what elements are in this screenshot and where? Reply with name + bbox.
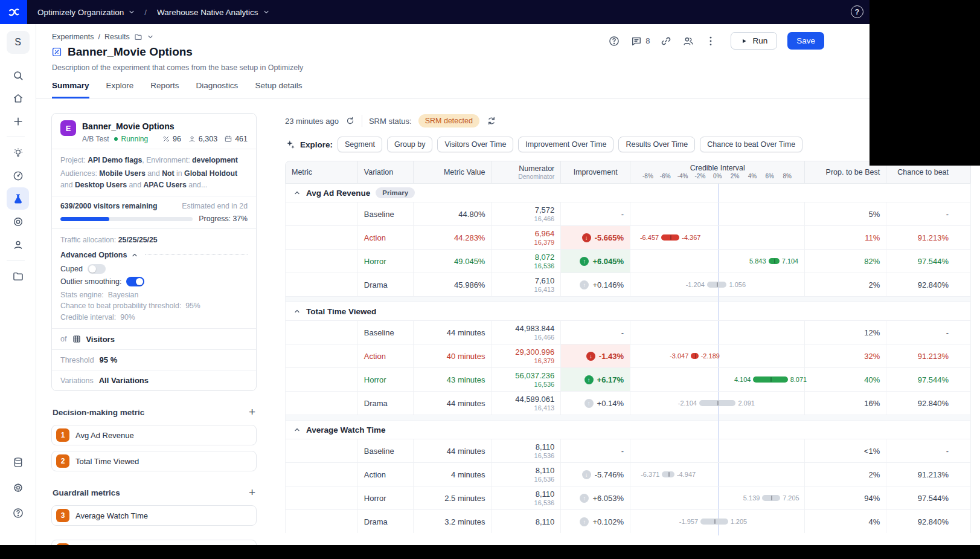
add-metric-button[interactable]: + xyxy=(249,486,255,499)
tab-explore[interactable]: Explore xyxy=(106,81,134,99)
topbar-help-button[interactable]: ? xyxy=(851,5,863,18)
cell-improvement: ↑+0.146% xyxy=(561,273,630,296)
rail-item-gear[interactable] xyxy=(7,476,29,499)
col-metric: Metric xyxy=(286,161,358,183)
rail-item-database[interactable] xyxy=(7,451,29,473)
ci-high-label: -4.367 xyxy=(682,234,700,241)
top-navigation-bar: Optimizely Organization / Warehouse Nati… xyxy=(0,0,980,24)
tab-setup-details[interactable]: Setup details xyxy=(255,81,302,99)
variations-row[interactable]: Variations All Variations xyxy=(52,370,256,390)
folder-icon[interactable] xyxy=(134,33,143,41)
rail-item-plus[interactable] xyxy=(7,110,29,132)
col-numerator: NumeratorDenominator xyxy=(492,161,561,183)
cuped-toggle[interactable] xyxy=(88,264,106,274)
metric-section-header[interactable]: Total Time Viewed xyxy=(286,302,970,320)
refresh-icon[interactable] xyxy=(345,116,355,126)
app-switcher[interactable]: Warehouse Native Analytics xyxy=(157,8,270,17)
comments-button[interactable]: 8 xyxy=(630,35,650,47)
breadcrumb-experiments[interactable]: Experiments xyxy=(52,33,94,41)
rail-item-experiments[interactable] xyxy=(7,187,29,210)
cell-prop-to-be-best: 82% xyxy=(805,250,886,273)
metric-section-header[interactable]: Avg Ad RevenuePrimary xyxy=(286,184,970,202)
tab-summary[interactable]: Summary xyxy=(52,81,89,99)
ci-high-label: 7.104 xyxy=(782,257,799,265)
explore-chip-improvement-over-time[interactable]: Improvement Over Time xyxy=(518,137,613,152)
explore-chip-visitors-over-time[interactable]: Visitors Over Time xyxy=(437,137,513,152)
metric-section-header[interactable]: Average Watch Time xyxy=(286,421,970,439)
cell-prop-to-be-best: 94% xyxy=(805,486,886,509)
rail-item-rings[interactable] xyxy=(7,210,29,233)
breadcrumb-results[interactable]: Results xyxy=(104,33,130,41)
cell-metric-value: 44.283% xyxy=(414,226,492,249)
explore-chip-chance-to-beat-over-time[interactable]: Chance to beat Over Time xyxy=(700,137,802,152)
srm-status-label: SRM status: xyxy=(369,117,412,126)
cell-credible-interval xyxy=(630,321,805,344)
allocation-icon xyxy=(162,135,170,143)
of-row[interactable]: of Visitors xyxy=(52,328,256,349)
help-button[interactable] xyxy=(608,35,620,47)
optimizely-logo[interactable] xyxy=(0,0,27,24)
insights-icon xyxy=(12,147,24,159)
cell-chance-to-beat: 92.840% xyxy=(886,273,970,296)
org-switcher[interactable]: Optimizely Organization xyxy=(37,8,135,17)
metric-card[interactable]: 3Average Watch Time xyxy=(51,505,257,526)
page-title: Banner_Movie Options xyxy=(51,45,193,59)
cell-numerator-denominator: 8,110 xyxy=(492,510,561,533)
ci-axis-tick: -6% xyxy=(660,173,671,179)
workspace-avatar[interactable]: S xyxy=(7,31,30,54)
calendar-icon xyxy=(224,135,232,143)
app-rail: S xyxy=(0,24,36,559)
more-options-button[interactable] xyxy=(705,35,717,47)
outlier-smoothing-toggle[interactable] xyxy=(126,277,144,286)
arrow-up-icon: ↑ xyxy=(584,399,594,408)
ci-bar xyxy=(753,376,787,383)
ci-bar xyxy=(769,258,780,264)
metric-card[interactable]: 2Total Time Viewed xyxy=(51,451,257,471)
rail-item-person[interactable] xyxy=(7,233,29,256)
play-icon xyxy=(740,37,748,45)
tab-diagnostics[interactable]: Diagnostics xyxy=(196,81,239,99)
last-updated: 23 minutes ago xyxy=(285,117,339,126)
metric-card[interactable]: 1Avg Ad Revenue xyxy=(51,425,257,445)
cuped-row: Cuped xyxy=(60,264,248,274)
rail-item-folder[interactable] xyxy=(7,265,29,287)
gear-icon xyxy=(12,482,24,494)
rail-item-search[interactable] xyxy=(7,64,29,86)
col-improvement: Improvement xyxy=(561,161,630,183)
cell-numerator-denominator: 44,589.06116,413 xyxy=(492,392,561,415)
advanced-options-toggle[interactable]: Advanced Options xyxy=(60,251,248,259)
explore-chip-group-by[interactable]: Group by xyxy=(387,137,432,152)
share-link-button[interactable] xyxy=(660,35,672,47)
cell-numerator-denominator: 8,11016,536 xyxy=(492,486,561,509)
recalculate-icon[interactable] xyxy=(486,115,497,126)
primary-badge: Primary xyxy=(376,187,415,198)
cell-metric xyxy=(286,344,358,367)
rail-item-help[interactable] xyxy=(7,502,29,524)
threshold-row[interactable]: Threshold 95 % xyxy=(52,349,256,370)
ci-low-label: -2.104 xyxy=(678,399,697,407)
tab-reports[interactable]: Reports xyxy=(150,81,179,99)
person-icon xyxy=(188,135,196,143)
ci-high-label: 1.205 xyxy=(731,518,748,525)
redaction-overlay-top-right xyxy=(870,0,980,166)
stat-allocation: 96 xyxy=(162,135,181,143)
rail-item-home[interactable] xyxy=(7,87,29,109)
cell-chance-to-beat: 91.213% xyxy=(886,463,970,486)
chevron-down-icon[interactable] xyxy=(147,33,154,40)
rail-divider xyxy=(7,260,25,260)
cell-chance-to-beat: 97.544% xyxy=(886,486,970,509)
add-metric-button[interactable]: + xyxy=(249,406,255,419)
cell-improvement: - xyxy=(561,439,630,462)
collaborators-button[interactable] xyxy=(682,35,694,47)
explore-chip-segment[interactable]: Segment xyxy=(338,137,382,152)
arrow-up-icon: ↑ xyxy=(580,494,589,503)
run-button[interactable]: Run xyxy=(731,32,777,50)
explore-chip-results-over-time[interactable]: Results Over Time xyxy=(618,137,695,152)
cell-metric xyxy=(286,321,358,344)
save-button[interactable]: Save xyxy=(787,32,824,50)
rail-item-insights[interactable] xyxy=(7,141,29,164)
experiment-summary-card: E Banner_Movie Options A/B Test Running … xyxy=(51,113,257,391)
cell-chance-to-beat: 97.544% xyxy=(886,368,970,391)
rail-item-gauge[interactable] xyxy=(7,164,29,187)
metric-group-title: Guardrail metrics+ xyxy=(53,486,255,499)
